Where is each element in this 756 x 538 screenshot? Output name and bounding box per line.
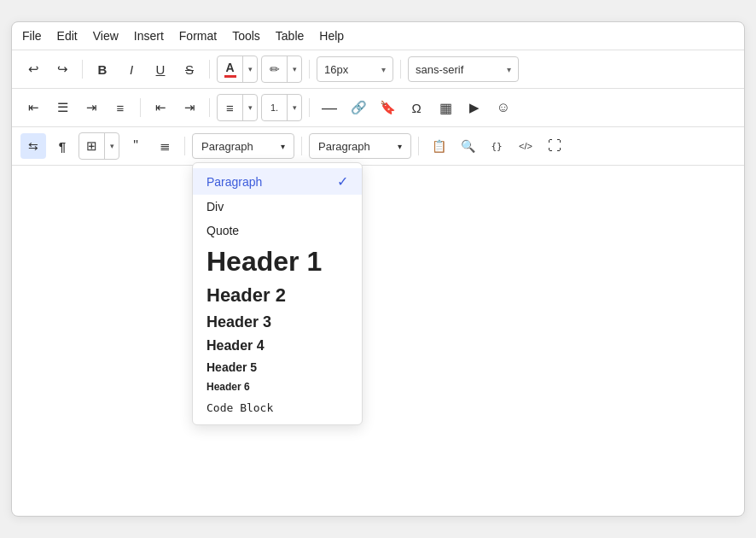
- outdent-button[interactable]: ⇤: [148, 95, 173, 120]
- show-blocks-icon: ¶: [59, 139, 66, 154]
- menu-insert[interactable]: Insert: [134, 29, 164, 43]
- paste-button[interactable]: 📋: [426, 133, 451, 159]
- bullet-list-button[interactable]: ≡: [218, 95, 243, 120]
- toolbar-row2: ⇤ ☰ ⇥ ≡ ⇤ ⇥ ≡ ▾ 1. ▾ — 🔗 🔖 Ω ▦ ▶ ☺: [12, 89, 744, 127]
- align-right-button[interactable]: ⇥: [79, 95, 104, 120]
- dropdown-item-h5[interactable]: Header 5: [193, 357, 362, 377]
- paragraph-trigger2[interactable]: Paragraph ▾: [309, 133, 411, 159]
- paragraph-dropdown2[interactable]: Paragraph ▾: [309, 133, 411, 159]
- menu-view[interactable]: View: [93, 29, 119, 43]
- bold-icon: [98, 62, 108, 77]
- dropdown-item-paragraph-label: Paragraph: [206, 175, 262, 189]
- underline-button[interactable]: [148, 56, 173, 82]
- dropdown-item-h6[interactable]: Header 6: [193, 377, 362, 396]
- bullet-list-arrow[interactable]: ▾: [243, 95, 257, 120]
- code-view-button[interactable]: </>: [513, 133, 538, 159]
- dropdown-item-h1-label: Header 1: [206, 246, 322, 278]
- paragraph-trigger2-label: Paragraph: [318, 140, 370, 153]
- ordered-list-arrow[interactable]: ▾: [288, 95, 301, 120]
- code-view-icon: </>: [519, 141, 532, 151]
- dropdown-item-h3-label: Header 3: [206, 313, 271, 331]
- undo-button[interactable]: [20, 56, 46, 82]
- anchor-button[interactable]: 🔖: [375, 95, 400, 120]
- tokens-button[interactable]: {}: [484, 133, 509, 159]
- blockquote-button[interactable]: ": [123, 133, 148, 159]
- editor-content[interactable]: [12, 166, 744, 422]
- separator9: [301, 137, 302, 155]
- align-left-button[interactable]: ⇤: [20, 95, 46, 120]
- ordered-list-icon: 1.: [270, 102, 278, 113]
- font-color-button[interactable]: A: [218, 56, 243, 82]
- separator7: [309, 98, 310, 117]
- strikethrough-button[interactable]: [177, 56, 202, 82]
- menu-tools[interactable]: Tools: [232, 29, 260, 43]
- separator5: [140, 98, 141, 117]
- dropdown-item-quote[interactable]: Quote: [193, 219, 362, 243]
- menu-format[interactable]: Format: [179, 29, 217, 43]
- link-button[interactable]: 🔗: [346, 95, 371, 120]
- menu-file[interactable]: File: [22, 29, 42, 43]
- paragraph-trigger1[interactable]: Paragraph ▾: [192, 133, 294, 159]
- image-button[interactable]: ▦: [433, 95, 458, 120]
- fullscreen-button[interactable]: ⛶: [542, 133, 567, 159]
- ordered-list-group: 1. ▾: [261, 94, 302, 121]
- align-center-button[interactable]: ☰: [49, 95, 75, 120]
- font-color-group: A ▾: [217, 56, 258, 83]
- font-family-select[interactable]: sans-serif ▾: [408, 56, 519, 82]
- paragraph-dropdown1[interactable]: Paragraph ▾ Paragraph ✓ Div Quote Header…: [192, 133, 294, 159]
- hr-button[interactable]: —: [317, 95, 342, 120]
- paste-icon: 📋: [432, 139, 446, 153]
- redo-button[interactable]: [49, 56, 75, 82]
- paragraph-dropdown1-arrow: ▾: [281, 142, 285, 151]
- indent-button[interactable]: ⇥: [177, 95, 202, 120]
- special-char-button[interactable]: Ω: [404, 95, 429, 120]
- editor-container: File Edit View Insert Format Tools Table…: [11, 21, 745, 517]
- dropdown-item-h2[interactable]: Header 2: [193, 281, 362, 310]
- align-left-icon: ⇤: [28, 100, 39, 115]
- ordered-list-button[interactable]: 1.: [262, 95, 288, 120]
- list-style-icon: ≣: [160, 138, 171, 154]
- paragraph-dropdown1-menu: Paragraph ✓ Div Quote Header 1 Header 2 …: [192, 162, 363, 425]
- dropdown-item-h2-label: Header 2: [206, 284, 286, 307]
- dropdown-item-codeblock[interactable]: Code Block: [193, 396, 362, 419]
- list-style-button[interactable]: ≣: [152, 133, 177, 159]
- toolbar-row1: A ▾ ✏ ▾ 16px ▾ sans-serif ▾: [12, 50, 744, 89]
- dropdown-item-div-label: Div: [206, 200, 224, 213]
- table-button[interactable]: ⊞: [79, 133, 105, 159]
- dropdown-item-h3[interactable]: Header 3: [193, 310, 362, 335]
- menu-help[interactable]: Help: [319, 29, 344, 43]
- font-color-bar: [224, 75, 236, 78]
- menu-edit[interactable]: Edit: [57, 29, 78, 43]
- emoji-icon: ☺: [497, 100, 510, 115]
- dropdown-item-paragraph[interactable]: Paragraph ✓: [193, 168, 362, 195]
- table-arrow[interactable]: ▾: [105, 133, 119, 159]
- check-icon: ✓: [337, 173, 348, 190]
- video-button[interactable]: ▶: [462, 95, 487, 120]
- font-color-arrow[interactable]: ▾: [243, 56, 257, 82]
- strikethrough-icon: [185, 62, 194, 77]
- rtl-button[interactable]: ⇆: [20, 133, 46, 159]
- undo-icon: [28, 61, 39, 77]
- font-color-icon: A: [225, 61, 234, 74]
- font-size-select[interactable]: 16px ▾: [317, 56, 393, 82]
- align-justify-icon: ≡: [117, 101, 125, 115]
- show-blocks-button[interactable]: ¶: [49, 133, 75, 159]
- menu-table[interactable]: Table: [276, 29, 304, 43]
- indent-icon: ⇥: [184, 100, 195, 115]
- separator3: [309, 60, 310, 79]
- highlight-button[interactable]: ✏: [262, 56, 288, 82]
- bold-button[interactable]: [90, 56, 115, 82]
- dropdown-item-quote-label: Quote: [206, 224, 239, 237]
- dropdown-item-h4[interactable]: Header 4: [193, 335, 362, 357]
- anchor-icon: 🔖: [380, 100, 396, 115]
- dropdown-item-h1[interactable]: Header 1: [193, 243, 362, 281]
- highlight-arrow[interactable]: ▾: [288, 56, 301, 82]
- emoji-button[interactable]: ☺: [491, 95, 516, 120]
- align-justify-button[interactable]: ≡: [108, 95, 133, 120]
- italic-button[interactable]: [119, 56, 144, 82]
- dropdown-item-div[interactable]: Div: [193, 195, 362, 219]
- highlight-icon: ✏: [270, 62, 280, 76]
- search-button[interactable]: 🔍: [455, 133, 480, 159]
- video-icon: ▶: [469, 100, 480, 115]
- bullet-list-group: ≡ ▾: [217, 94, 258, 121]
